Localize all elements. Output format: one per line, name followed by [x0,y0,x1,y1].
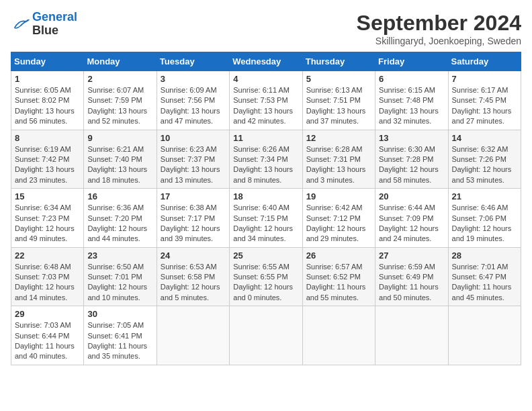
calendar-cell: 12Sunrise: 6:28 AMSunset: 7:31 PMDayligh… [302,130,375,189]
day-number: 18 [233,191,298,201]
calendar-cell: 10Sunrise: 6:23 AMSunset: 7:37 PMDayligh… [157,130,229,189]
logo: General Blue [11,11,77,38]
calendar-cell: 11Sunrise: 6:26 AMSunset: 7:34 PMDayligh… [230,130,302,189]
day-detail: Sunrise: 6:36 AMSunset: 7:20 PMDaylight:… [87,203,152,244]
calendar-cell: 27Sunrise: 6:59 AMSunset: 6:49 PMDayligh… [375,247,448,306]
day-detail: Sunrise: 6:05 AMSunset: 8:02 PMDaylight:… [15,85,80,127]
calendar-week-row: 8Sunrise: 6:19 AMSunset: 7:42 PMDaylight… [11,130,521,189]
day-detail: Sunrise: 6:26 AMSunset: 7:34 PMDaylight:… [233,144,298,186]
calendar-cell: 5Sunrise: 6:13 AMSunset: 7:51 PMDaylight… [302,71,375,130]
weekday-header-tuesday: Tuesday [157,52,229,71]
calendar-table: SundayMondayTuesdayWednesdayThursdayFrid… [11,52,521,365]
calendar-cell: 14Sunrise: 6:32 AMSunset: 7:26 PMDayligh… [448,130,521,189]
day-detail: Sunrise: 6:11 AMSunset: 7:53 PMDaylight:… [233,85,298,127]
day-number: 21 [452,191,517,201]
calendar-cell: 21Sunrise: 6:46 AMSunset: 7:06 PMDayligh… [448,189,521,248]
calendar-week-row: 29Sunrise: 7:03 AMSunset: 6:44 PMDayligh… [11,306,521,365]
day-number: 1 [15,74,80,84]
day-detail: Sunrise: 6:30 AMSunset: 7:28 PMDaylight:… [379,144,444,186]
calendar-cell: 19Sunrise: 6:42 AMSunset: 7:12 PMDayligh… [302,189,375,248]
day-detail: Sunrise: 6:13 AMSunset: 7:51 PMDaylight:… [306,85,371,127]
day-detail: Sunrise: 6:53 AMSunset: 6:58 PMDaylight:… [161,262,226,304]
day-detail: Sunrise: 6:46 AMSunset: 7:06 PMDaylight:… [452,203,517,244]
calendar-cell: 23Sunrise: 6:50 AMSunset: 7:01 PMDayligh… [84,247,157,306]
day-number: 17 [161,191,226,201]
day-detail: Sunrise: 6:38 AMSunset: 7:17 PMDaylight:… [161,203,226,244]
day-detail: Sunrise: 6:09 AMSunset: 7:56 PMDaylight:… [161,85,226,127]
weekday-header-sunday: Sunday [11,52,84,71]
day-number: 8 [15,133,80,143]
calendar-cell [302,306,375,365]
day-detail: Sunrise: 6:07 AMSunset: 7:59 PMDaylight:… [87,85,152,127]
weekday-header-monday: Monday [84,52,157,71]
calendar-cell: 30Sunrise: 7:05 AMSunset: 6:41 PMDayligh… [84,306,157,365]
day-number: 13 [379,133,444,143]
day-detail: Sunrise: 6:50 AMSunset: 7:01 PMDaylight:… [87,262,152,304]
day-number: 25 [233,250,298,261]
calendar-header: SundayMondayTuesdayWednesdayThursdayFrid… [11,52,521,71]
month-year-title: September 2024 [357,11,521,36]
page-header: General Blue September 2024 Skillingaryd… [11,11,521,46]
day-number: 9 [87,133,152,143]
day-detail: Sunrise: 6:32 AMSunset: 7:26 PMDaylight:… [452,144,517,186]
day-number: 28 [452,250,517,261]
day-number: 15 [15,191,80,201]
day-number: 2 [87,74,152,84]
day-number: 27 [379,250,444,261]
day-detail: Sunrise: 7:05 AMSunset: 6:41 PMDaylight:… [87,320,152,362]
calendar-cell: 22Sunrise: 6:48 AMSunset: 7:03 PMDayligh… [11,247,84,306]
calendar-cell [157,306,229,365]
calendar-cell: 6Sunrise: 6:15 AMSunset: 7:48 PMDaylight… [375,71,448,130]
day-detail: Sunrise: 6:21 AMSunset: 7:40 PMDaylight:… [87,144,152,186]
calendar-cell: 29Sunrise: 7:03 AMSunset: 6:44 PMDayligh… [11,306,84,365]
calendar-cell: 17Sunrise: 6:38 AMSunset: 7:17 PMDayligh… [157,189,229,248]
calendar-cell [230,306,302,365]
day-number: 29 [15,309,80,319]
day-number: 14 [452,133,517,143]
calendar-cell: 20Sunrise: 6:44 AMSunset: 7:09 PMDayligh… [375,189,448,248]
calendar-cell: 3Sunrise: 6:09 AMSunset: 7:56 PMDaylight… [157,71,229,130]
day-number: 24 [161,250,226,261]
calendar-week-row: 15Sunrise: 6:34 AMSunset: 7:23 PMDayligh… [11,189,521,248]
day-detail: Sunrise: 6:57 AMSunset: 6:52 PMDaylight:… [306,262,371,304]
day-detail: Sunrise: 7:01 AMSunset: 6:47 PMDaylight:… [452,262,517,304]
title-area: September 2024 Skillingaryd, Joenkoeping… [357,11,521,46]
day-number: 19 [306,191,371,201]
weekday-header-friday: Friday [375,52,448,71]
day-detail: Sunrise: 6:23 AMSunset: 7:37 PMDaylight:… [161,144,226,186]
calendar-cell: 15Sunrise: 6:34 AMSunset: 7:23 PMDayligh… [11,189,84,248]
calendar-cell: 18Sunrise: 6:40 AMSunset: 7:15 PMDayligh… [230,189,302,248]
day-detail: Sunrise: 6:48 AMSunset: 7:03 PMDaylight:… [15,262,80,304]
calendar-week-row: 22Sunrise: 6:48 AMSunset: 7:03 PMDayligh… [11,247,521,306]
calendar-cell: 25Sunrise: 6:55 AMSunset: 6:55 PMDayligh… [230,247,302,306]
day-detail: Sunrise: 6:34 AMSunset: 7:23 PMDaylight:… [15,203,80,244]
weekday-header-thursday: Thursday [302,52,375,71]
calendar-cell: 1Sunrise: 6:05 AMSunset: 8:02 PMDaylight… [11,71,84,130]
calendar-cell: 26Sunrise: 6:57 AMSunset: 6:52 PMDayligh… [302,247,375,306]
day-number: 20 [379,191,444,201]
logo-bird-icon [11,15,30,34]
day-number: 11 [233,133,298,143]
day-number: 7 [452,74,517,84]
location-subtitle: Skillingaryd, Joenkoeping, Sweden [357,36,521,46]
day-number: 3 [161,74,226,84]
day-number: 5 [306,74,371,84]
calendar-cell: 4Sunrise: 6:11 AMSunset: 7:53 PMDaylight… [230,71,302,130]
calendar-cell: 9Sunrise: 6:21 AMSunset: 7:40 PMDaylight… [84,130,157,189]
calendar-cell: 16Sunrise: 6:36 AMSunset: 7:20 PMDayligh… [84,189,157,248]
day-detail: Sunrise: 6:40 AMSunset: 7:15 PMDaylight:… [233,203,298,244]
calendar-cell: 7Sunrise: 6:17 AMSunset: 7:45 PMDaylight… [448,71,521,130]
calendar-cell: 28Sunrise: 7:01 AMSunset: 6:47 PMDayligh… [448,247,521,306]
day-number: 30 [87,309,152,319]
calendar-cell: 2Sunrise: 6:07 AMSunset: 7:59 PMDaylight… [84,71,157,130]
calendar-cell: 24Sunrise: 6:53 AMSunset: 6:58 PMDayligh… [157,247,229,306]
calendar-week-row: 1Sunrise: 6:05 AMSunset: 8:02 PMDaylight… [11,71,521,130]
day-number: 16 [87,191,152,201]
day-detail: Sunrise: 6:17 AMSunset: 7:45 PMDaylight:… [452,85,517,127]
day-number: 22 [15,250,80,261]
weekday-header-saturday: Saturday [448,52,521,71]
day-number: 4 [233,74,298,84]
day-detail: Sunrise: 7:03 AMSunset: 6:44 PMDaylight:… [15,320,80,362]
day-detail: Sunrise: 6:15 AMSunset: 7:48 PMDaylight:… [379,85,444,127]
day-number: 26 [306,250,371,261]
